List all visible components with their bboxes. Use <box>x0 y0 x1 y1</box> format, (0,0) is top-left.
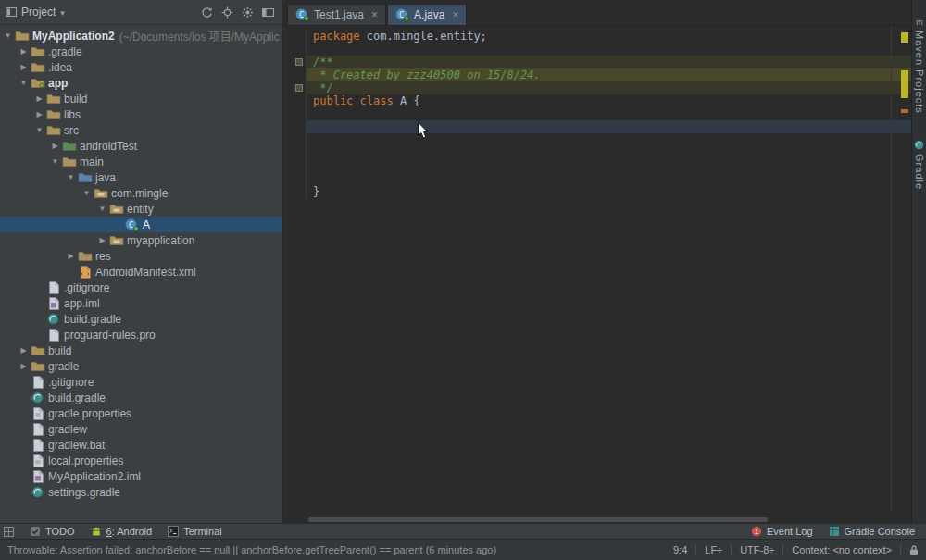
tab-a-java[interactable]: CA.java× <box>387 4 467 25</box>
close-tab-icon[interactable]: × <box>371 8 378 21</box>
code-line-11[interactable] <box>282 159 911 172</box>
code-line-5[interactable]: */ <box>282 81 911 94</box>
tree-item-entity[interactable]: ▼entity <box>0 201 282 217</box>
chevron-down-icon[interactable]: ▾ <box>60 6 65 18</box>
tree-item-libs[interactable]: ▶libs <box>0 106 282 122</box>
tree-item-res[interactable]: ▶res <box>0 248 282 264</box>
expand-arrow-icon[interactable]: ▶ <box>33 94 45 103</box>
close-tab-icon[interactable]: × <box>452 8 458 21</box>
tree-item-idea[interactable]: ▶.idea <box>0 59 282 75</box>
code-line-8[interactable] <box>282 120 911 133</box>
tab-test1-java[interactable]: CTest1.java× <box>287 4 386 25</box>
tree-item-myapplication[interactable]: ▶myapplication <box>0 232 282 248</box>
code-line-3[interactable]: /** <box>282 56 911 68</box>
tree-item-build[interactable]: ▶build <box>0 342 282 358</box>
hide-panel-icon[interactable] <box>262 6 274 19</box>
maven-icon: m <box>915 17 924 27</box>
tool-button-gradle-console[interactable]: Gradle Console <box>829 526 915 537</box>
expand-arrow-icon[interactable]: ▶ <box>96 236 108 244</box>
tree-item-myapplication2[interactable]: ▼MyApplication2(~/Documents/ios 项目/MyApp… <box>0 28 282 44</box>
tool-button-maven-projects[interactable]: m Maven Projects <box>914 17 925 114</box>
context-widget[interactable]: Context: <no context> <box>782 544 900 555</box>
window-switcher-icon[interactable] <box>4 527 14 537</box>
code-line-4[interactable]: * Created by zzz40500 on 15/8/24. <box>282 68 911 81</box>
tree-item-gradlew-bat[interactable]: gradlew.bat <box>0 437 282 453</box>
code-line-10[interactable] <box>282 146 911 159</box>
expand-arrow-icon[interactable]: ▶ <box>18 362 30 370</box>
caret-position-widget[interactable]: 9:4 <box>665 544 695 555</box>
collapse-arrow-icon[interactable]: ▼ <box>49 157 61 166</box>
tree-item-app-iml[interactable]: app.iml <box>0 295 282 311</box>
expand-arrow-icon[interactable]: ▶ <box>18 346 30 355</box>
tree-item-gradle-properties[interactable]: gradle.properties <box>0 405 282 421</box>
tree-item-label: local.properties <box>45 454 123 467</box>
code-line-12[interactable] <box>282 172 911 185</box>
tree-item-build-gradle[interactable]: build.gradle <box>0 311 282 327</box>
tree-item-label: com.mingle <box>108 187 168 200</box>
tree-item-gradle[interactable]: ▶.gradle <box>0 44 282 59</box>
stripe-mark[interactable] <box>901 32 908 43</box>
code-line-2[interactable] <box>282 43 911 56</box>
tool-button-gradle[interactable]: Gradle <box>914 140 925 190</box>
tree-item-proguard-rules-pro[interactable]: proguard-rules.pro <box>0 327 282 342</box>
status-message[interactable]: Throwable: Assertion failed: anchorBefor… <box>7 544 665 555</box>
gradle-icon <box>914 140 924 150</box>
horizontal-scrollbar[interactable] <box>307 517 896 522</box>
tree-item-gitignore[interactable]: .gitignore <box>0 374 282 390</box>
tree-item-com-mingle[interactable]: ▼com.mingle <box>0 185 282 201</box>
tree-item-androidtest[interactable]: ▶androidTest <box>0 138 282 154</box>
code-line-9[interactable] <box>282 133 911 146</box>
settings-gear-icon[interactable] <box>242 6 254 19</box>
tree-item-build-gradle[interactable]: build.gradle <box>0 390 282 405</box>
tool-button-android[interactable]: 6: Android <box>91 526 153 537</box>
locate-icon[interactable] <box>221 6 233 19</box>
tree-item-src[interactable]: ▼src <box>0 122 282 138</box>
lock-icon[interactable] <box>900 544 919 556</box>
line-separator-widget[interactable]: LF÷ <box>695 544 731 555</box>
code-line-text: } <box>307 185 911 198</box>
tree-item-settings-gradle[interactable]: settings.gradle <box>0 484 282 500</box>
tool-button-terminal-label: Terminal <box>183 526 222 537</box>
stripe-mark[interactable] <box>901 109 908 113</box>
tree-item-app[interactable]: ▼app <box>0 75 282 91</box>
tool-button-event-log[interactable]: 1 Event Log <box>751 526 813 537</box>
tree-item-myapplication2-iml[interactable]: MyApplication2.iml <box>0 468 282 484</box>
code-editor[interactable]: package com.mingle.entity;/** * Created … <box>282 26 911 523</box>
encoding-widget[interactable]: UTF-8÷ <box>731 544 782 555</box>
error-stripe[interactable] <box>900 28 909 514</box>
tree-item-local-properties[interactable]: local.properties <box>0 453 282 468</box>
tree-item-a[interactable]: CA <box>0 217 282 232</box>
code-token: public class <box>313 94 400 107</box>
scrollbar-thumb[interactable] <box>308 517 768 522</box>
class-icon: C <box>295 8 309 21</box>
code-line-1[interactable]: package com.mingle.entity; <box>282 30 911 43</box>
tree-item-androidmanifest-xml[interactable]: AndroidManifest.xml <box>0 264 282 280</box>
collapse-arrow-icon[interactable]: ▼ <box>33 126 45 134</box>
code-line-6[interactable]: public class A { <box>282 94 911 107</box>
fold-marker-icon[interactable] <box>295 58 303 66</box>
collapse-arrow-icon[interactable]: ▼ <box>96 205 108 213</box>
tree-item-main[interactable]: ▼main <box>0 154 282 169</box>
expand-arrow-icon[interactable]: ▶ <box>18 47 30 56</box>
collapse-arrow-icon[interactable]: ▼ <box>81 189 93 197</box>
collapse-arrow-icon[interactable]: ▼ <box>65 173 77 181</box>
stripe-mark[interactable] <box>901 70 908 98</box>
code-line-7[interactable] <box>282 107 911 120</box>
tree-item-gradle[interactable]: ▶gradle <box>0 358 282 374</box>
expand-arrow-icon[interactable]: ▶ <box>49 142 61 150</box>
tree-item-gradlew[interactable]: gradlew <box>0 421 282 437</box>
fold-marker-icon[interactable] <box>295 84 303 92</box>
collapse-arrow-icon[interactable]: ▼ <box>2 31 14 40</box>
project-panel-title[interactable]: Project <box>21 6 56 19</box>
tree-item-java[interactable]: ▼java <box>0 169 282 185</box>
tool-button-terminal[interactable]: Terminal <box>168 526 222 537</box>
code-line-13[interactable]: } <box>282 185 911 198</box>
expand-arrow-icon[interactable]: ▶ <box>33 110 45 118</box>
tree-item-build[interactable]: ▶build <box>0 91 282 106</box>
expand-arrow-icon[interactable]: ▶ <box>65 252 77 260</box>
tree-item-gitignore[interactable]: .gitignore <box>0 280 282 295</box>
refresh-icon[interactable] <box>201 6 213 19</box>
tool-button-todo[interactable]: TODO <box>30 526 75 537</box>
expand-arrow-icon[interactable]: ▶ <box>18 63 30 71</box>
collapse-arrow-icon[interactable]: ▼ <box>18 79 30 87</box>
